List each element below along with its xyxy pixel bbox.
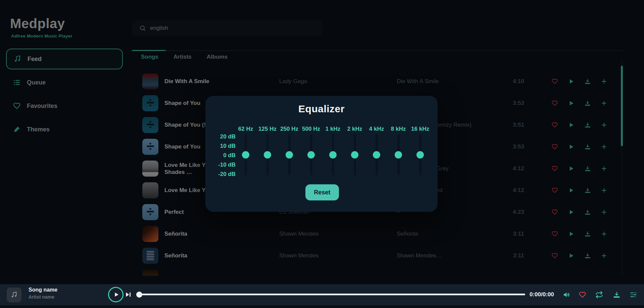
favourite-button[interactable] <box>576 289 588 301</box>
eq-band-label: 62 Hz <box>238 126 253 132</box>
eq-slider-thumb[interactable] <box>264 151 271 159</box>
eq-band-label: 125 Hz <box>258 126 277 132</box>
player-song-title: Song name <box>29 287 57 293</box>
eq-band-label: 2 kHz <box>347 126 362 132</box>
equalizer-modal: Equalizer 20 dB10 dB0 dB-10 dB-20 dB 62 … <box>205 96 438 212</box>
repeat-icon <box>595 291 603 299</box>
player-bar: Song name Artist name 0:00/0:00 <box>0 284 644 308</box>
reset-button[interactable]: Reset <box>305 184 339 200</box>
eq-slider-thumb[interactable] <box>307 151 315 159</box>
eq-band-label: 8 kHz <box>391 126 406 132</box>
player-album-art <box>7 288 21 302</box>
equalizer-button[interactable] <box>627 289 639 301</box>
eq-slider-thumb[interactable] <box>416 151 424 159</box>
eq-band-label: 4 kHz <box>369 126 384 132</box>
app-window: Medplay Adfree Modern Music Player Feed … <box>0 0 644 308</box>
eq-band-label: 500 Hz <box>302 126 320 132</box>
eq-slider-thumb[interactable] <box>242 151 249 159</box>
repeat-button[interactable] <box>593 289 605 301</box>
eq-band-label: 250 Hz <box>280 126 298 132</box>
eq-slider-thumb[interactable] <box>351 151 358 159</box>
eq-slider-thumb[interactable] <box>286 151 293 159</box>
volume-button[interactable] <box>560 289 572 301</box>
volume-icon <box>562 291 570 299</box>
heart-icon <box>579 291 586 299</box>
eq-band-label: 16 kHz <box>411 126 429 132</box>
download-button[interactable] <box>610 289 623 301</box>
play-icon <box>113 292 119 298</box>
playback-time: 0:00/0:00 <box>530 291 560 298</box>
eq-db-label: -10 dB <box>210 162 236 168</box>
eq-slider-thumb[interactable] <box>329 151 337 159</box>
progress-bar[interactable] <box>141 294 525 295</box>
eq-db-label: 0 dB <box>210 152 236 159</box>
music-note-icon <box>10 291 18 299</box>
eq-slider-thumb[interactable] <box>395 151 402 159</box>
eq-db-label: 20 dB <box>210 133 236 140</box>
player-artist-name: Artist name <box>29 294 54 300</box>
skip-next-button[interactable] <box>124 291 132 299</box>
skip-next-icon <box>124 291 132 299</box>
equalizer-sliders-icon <box>630 291 637 299</box>
eq-band-label: 1 kHz <box>326 126 340 132</box>
play-pause-button[interactable] <box>108 287 123 302</box>
download-icon <box>613 291 621 299</box>
equalizer-title: Equalizer <box>205 103 438 115</box>
eq-db-label: 10 dB <box>210 143 236 149</box>
eq-db-label: -20 dB <box>210 171 236 178</box>
eq-slider-thumb[interactable] <box>373 151 380 159</box>
